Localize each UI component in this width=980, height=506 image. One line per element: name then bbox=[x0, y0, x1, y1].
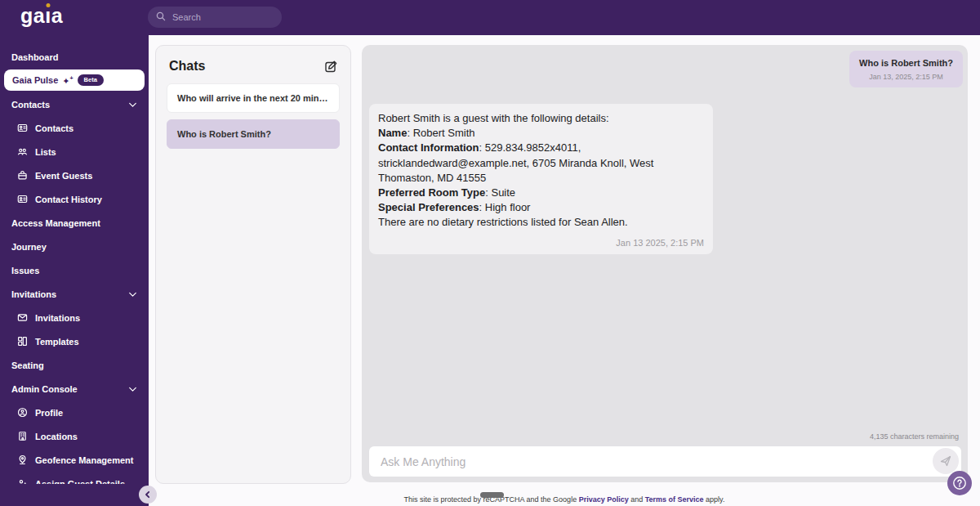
user-message-timestamp: Jan 13, 2025, 2:15 PM bbox=[859, 73, 953, 81]
person-circle-icon bbox=[17, 407, 28, 418]
sidebar-item-access-management[interactable]: Access Management bbox=[0, 211, 149, 235]
sidebar-item-journey[interactable]: Journey bbox=[0, 235, 149, 258]
sidebar-item-label: Lists bbox=[35, 147, 56, 157]
user-message-text: Who is Robert Smith? bbox=[859, 58, 953, 68]
sidebar-nav: DashboardGaia Pulse✦+BetaContactsContact… bbox=[0, 35, 149, 484]
sidebar-item-contact-history[interactable]: Contact History bbox=[0, 187, 149, 211]
sidebar-item-contacts[interactable]: Contacts bbox=[0, 92, 149, 116]
sidebar-item-label: Access Management bbox=[11, 218, 100, 228]
sidebar-item-label: Geofence Management bbox=[35, 455, 133, 465]
sidebar-item-label: Seating bbox=[11, 360, 44, 370]
send-button[interactable] bbox=[933, 448, 959, 474]
sidebar-item-invitations[interactable]: Invitations bbox=[0, 282, 149, 306]
sidebar-item-label: Journey bbox=[11, 242, 47, 252]
history-card-icon bbox=[17, 194, 28, 204]
sidebar-item-lists[interactable]: Lists bbox=[0, 140, 149, 163]
privacy-policy-link[interactable]: Privacy Policy bbox=[579, 495, 629, 504]
assistant-message-line: Contact Information: 529.834.9852x4011, … bbox=[378, 141, 704, 186]
app-logo[interactable]: gaıa bbox=[20, 4, 63, 28]
sidebar: DashboardGaia Pulse✦+BetaContactsContact… bbox=[0, 0, 149, 506]
chevron-left-icon bbox=[144, 490, 152, 499]
template-icon bbox=[17, 336, 28, 347]
message-input[interactable] bbox=[369, 455, 961, 468]
sidebar-item-label: Dashboard bbox=[11, 52, 58, 62]
sidebar-item-admin-console[interactable]: Admin Console bbox=[0, 377, 149, 401]
footer-text: apply. bbox=[704, 495, 725, 504]
question-mark-icon bbox=[951, 475, 968, 491]
chats-title: Chats bbox=[169, 59, 205, 74]
chat-list-item[interactable]: Who is Robert Smith? bbox=[167, 119, 340, 149]
chevron-down-icon bbox=[127, 383, 138, 394]
sparkle-icon: ✦+ bbox=[62, 75, 73, 86]
sidebar-item-label: Contacts bbox=[35, 123, 74, 133]
envelope-icon bbox=[17, 312, 28, 323]
sidebar-item-invitations[interactable]: Invitations bbox=[0, 306, 149, 329]
building-icon bbox=[17, 431, 28, 441]
sidebar-item-label: Contact History bbox=[35, 195, 102, 204]
assistant-message-line: Special Preferences: High floor bbox=[378, 200, 704, 215]
chat-list: Who will arrive in the next 20 minu...Wh… bbox=[156, 83, 350, 149]
search-icon bbox=[156, 10, 166, 25]
sidebar-item-label: Profile bbox=[35, 408, 63, 418]
sidebar-item-label: Invitations bbox=[35, 313, 80, 323]
assistant-message-line: Robert Smith is a guest with the followi… bbox=[378, 111, 704, 126]
assistant-message-timestamp: Jan 13 2025, 2:15 PM bbox=[378, 238, 704, 248]
sidebar-item-issues[interactable]: Issues bbox=[0, 258, 149, 282]
sidebar-item-assign-guest-details[interactable]: Assign Guest Details bbox=[0, 472, 149, 484]
sidebar-item-label: Event Guests bbox=[35, 171, 92, 181]
topbar: gaıa bbox=[0, 0, 980, 35]
search-bar[interactable] bbox=[148, 7, 282, 28]
terms-of-service-link[interactable]: Terms of Service bbox=[645, 495, 704, 504]
sidebar-item-label: Admin Console bbox=[11, 384, 78, 394]
sidebar-item-contacts[interactable]: Contacts bbox=[0, 116, 149, 140]
search-input[interactable] bbox=[172, 12, 262, 22]
contact-card-icon bbox=[17, 123, 28, 133]
assistant-message-bubble: Robert Smith is a guest with the followi… bbox=[369, 104, 713, 254]
horizontal-scrollbar-thumb[interactable] bbox=[480, 492, 504, 498]
sidebar-item-dashboard[interactable]: Dashboard bbox=[0, 45, 149, 69]
people-icon bbox=[17, 146, 28, 157]
footer-text: and bbox=[629, 495, 645, 504]
beta-badge: Beta bbox=[78, 74, 104, 86]
sidebar-item-templates[interactable]: Templates bbox=[0, 329, 149, 353]
sidebar-item-gaia-pulse[interactable]: Gaia Pulse✦+Beta bbox=[4, 69, 145, 91]
assistant-message-line: Name: Robert Smith bbox=[378, 126, 704, 141]
assistant-message-line: Preferred Room Type: Suite bbox=[378, 186, 704, 200]
chats-panel: Chats Who will arrive in the next 20 min… bbox=[155, 45, 351, 484]
paper-plane-icon bbox=[939, 455, 952, 468]
new-chat-icon[interactable] bbox=[324, 60, 338, 74]
chevron-down-icon bbox=[127, 289, 138, 299]
sidebar-item-label: Templates bbox=[35, 337, 79, 347]
bag-icon bbox=[17, 170, 28, 181]
assistant-message-text: Robert Smith is a guest with the followi… bbox=[378, 111, 704, 231]
assistant-message-line: There are no dietary restrictions listed… bbox=[378, 215, 704, 230]
sidebar-item-profile[interactable]: Profile bbox=[0, 401, 149, 424]
sidebar-item-label: Assign Guest Details bbox=[35, 479, 125, 485]
sidebar-item-geofence-management[interactable]: Geofence Management bbox=[0, 448, 149, 472]
sidebar-item-locations[interactable]: Locations bbox=[0, 424, 149, 448]
conversation-panel: Who is Robert Smith? Jan 13, 2025, 2:15 … bbox=[362, 45, 968, 482]
sidebar-item-event-guests[interactable]: Event Guests bbox=[0, 163, 149, 187]
composer bbox=[369, 446, 961, 477]
sidebar-item-seating[interactable]: Seating bbox=[0, 353, 149, 377]
main-content: Chats Who will arrive in the next 20 min… bbox=[149, 35, 980, 506]
sidebar-item-label: Locations bbox=[35, 432, 78, 441]
characters-remaining: 4,135 characters remaining bbox=[870, 432, 959, 441]
sidebar-item-label: Invitations bbox=[11, 289, 56, 299]
person-gear-icon bbox=[17, 478, 28, 484]
sidebar-item-label: Issues bbox=[11, 266, 39, 275]
user-message-bubble: Who is Robert Smith? Jan 13, 2025, 2:15 … bbox=[849, 51, 963, 87]
chevron-down-icon bbox=[127, 99, 138, 110]
sidebar-item-label: Contacts bbox=[11, 100, 50, 110]
sidebar-collapse-button[interactable] bbox=[139, 486, 157, 504]
help-button[interactable] bbox=[947, 471, 972, 495]
map-pin-icon bbox=[17, 455, 28, 465]
chat-list-item[interactable]: Who will arrive in the next 20 minu... bbox=[167, 83, 340, 113]
recaptcha-footer: This site is protected by reCAPTCHA and … bbox=[149, 495, 980, 504]
sidebar-item-label: Gaia Pulse bbox=[12, 75, 58, 85]
